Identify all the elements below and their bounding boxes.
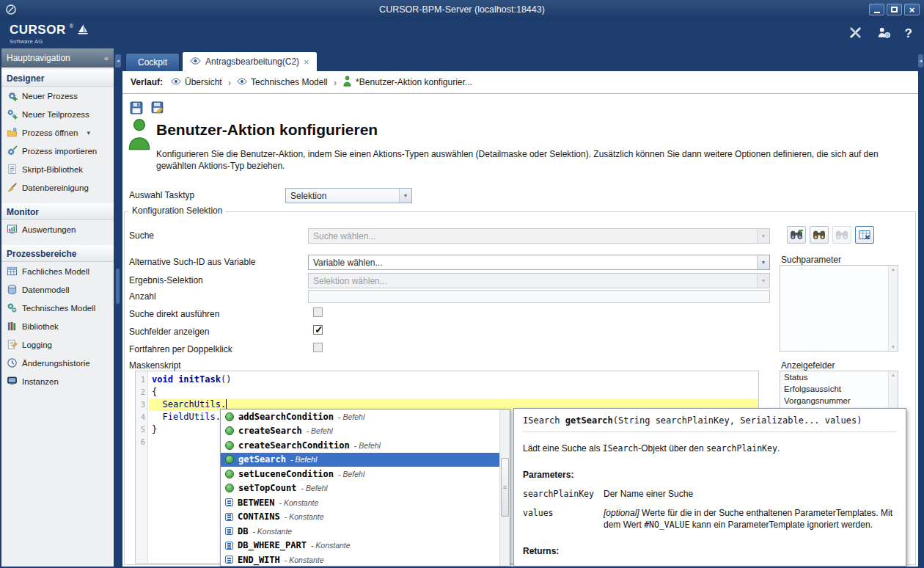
sidebar-splitter[interactable] [114,48,122,567]
splitter-collapse-icon[interactable] [115,54,121,68]
close-icon [909,3,915,16]
tab-close-icon[interactable] [304,57,309,67]
result-table-button[interactable] [855,226,874,244]
doc-parameters-heading: Parameters: [523,469,897,481]
direkt-checkbox[interactable] [313,307,323,317]
sidebar-item-aenderungshistorie[interactable]: Änderungshistorie [1,354,114,372]
maskenskript-label: Maskenskript [129,360,181,371]
autocomplete-item[interactable]: createSearch- Befehl [221,424,499,439]
autocomplete-item[interactable]: addSearchCondition- Befehl [221,409,499,424]
ergebnis-placeholder: Selektion wählen... [313,276,387,286]
tab-cockpit[interactable]: Cockpit [125,53,180,71]
sailboat-icon [77,23,89,37]
maximize-button[interactable] [887,4,902,15]
tools-icon[interactable] [848,26,862,43]
breadcrumb-uebersicht[interactable]: Übersicht [171,77,222,87]
save-as-button[interactable] [150,101,165,115]
eye-icon [237,77,247,87]
right-panel-collapse-icon[interactable] [918,54,923,68]
sidebar-item-label: Technisches Modell [22,304,95,313]
constant-icon [225,542,233,550]
autocomplete-item[interactable]: setLuceneCondition- Befehl [221,467,499,481]
search-open-button [832,226,851,244]
command-icon [225,455,234,464]
autocomplete-item-selected[interactable]: getSearch- Befehl [221,453,499,467]
sidebar-item-datenmodell[interactable]: Datenmodell [1,280,114,299]
brand-registered-mark: ® [70,23,73,29]
titlebar: CURSOR-BPM-Server (localhost:18443) [0,0,924,19]
suchparameter-listbox[interactable] [780,265,898,352]
autocomplete-item[interactable]: createSearchCondition- Befehl [221,438,499,453]
sidebar-item-neuer-teilprozess[interactable]: Neuer Teilprozess [1,105,114,123]
breadcrumb-separator-icon [228,77,231,88]
list-item[interactable]: Status [780,371,898,383]
autocomplete-item[interactable]: DB_WHERE_PART- Konstante [221,539,499,553]
search-add-button[interactable] [787,226,806,244]
direkt-label: Suche direkt ausführen [129,309,219,319]
breadcrumb-prefix: Verlauf: [131,77,163,87]
autocomplete-item[interactable]: setTopCount- Befehl [221,481,499,496]
command-icon [225,412,234,421]
script-library-icon [7,164,18,175]
sidebar-item-bibliothek[interactable]: Bibliothek [1,317,114,335]
sidebar-section-monitor: Monitor [1,203,114,220]
sidebar-item-neuer-prozess[interactable]: Neuer Prozess [1,87,114,105]
scrollbar-thumb[interactable] [501,458,509,517]
tab-label: Antragsbearbeitung(C2) [205,57,299,67]
user-settings-icon[interactable] [877,26,890,41]
minimize-icon [874,12,880,13]
ergebnis-select[interactable]: Selektion wählen... [308,273,770,288]
sidebar-item-skript-bibliothek[interactable]: Skript-Bibliothek [1,160,114,178]
sidebar-item-logging[interactable]: Logging [1,335,114,354]
tasktyp-select[interactable]: Selektion [285,188,412,203]
splitter-grip[interactable] [116,269,120,304]
instances-icon [7,376,18,387]
list-item[interactable]: Erfolgsaussicht [780,383,898,395]
editor-line-numbers: 1 2 3 4 5 6 [136,371,148,563]
close-button[interactable] [904,4,920,15]
breadcrumb-technisches-modell[interactable]: Technisches Modell [237,77,328,87]
import-process-icon [7,145,18,156]
scrollbar[interactable] [888,266,898,351]
breadcrumb: Verlauf: Übersicht Technisches Modell *B… [122,71,918,94]
code-line: void initTask() [149,374,758,386]
command-icon [225,441,234,450]
sidebar-item-prozess-importieren[interactable]: Prozess importieren [1,142,114,160]
autocomplete-item[interactable]: BETWEEN- Konstante [221,495,499,510]
suche-placeholder: Suche wählen... [313,231,375,241]
minimize-button[interactable] [869,4,884,15]
variable-placeholder: Variable wählen... [313,258,383,268]
help-icon[interactable]: ? [905,26,912,41]
search-edit-button[interactable] [810,226,829,244]
sidebar-item-prozess-oeffnen[interactable]: Prozess öffnen [1,123,114,142]
suchfelder-checkbox[interactable] [313,325,323,335]
anzahl-input[interactable] [308,290,770,303]
autocomplete-item[interactable]: DB- Konstante [221,524,499,539]
breadcrumb-benutzer-aktion[interactable]: *Benutzer-Aktion konfigurier... [342,76,472,89]
tab-antragsbearbeitung[interactable]: Antragsbearbeitung(C2) [182,51,318,71]
breadcrumb-separator-icon [334,77,337,88]
sidebar-item-technisches-modell[interactable]: Technisches Modell [1,299,114,317]
sidebar-collapse-icon[interactable] [104,54,109,62]
reports-icon [7,224,18,235]
tasktyp-label: Auswahl Tasktyp [129,190,194,200]
sidebar-item-instanzen[interactable]: Instanzen [1,372,114,390]
open-process-icon [7,127,18,138]
sidebar-item-label: Logging [22,341,52,349]
sidebar-item-fachliches-modell[interactable]: Fachliches Modell [1,262,114,280]
sidebar-item-datenbereinigung[interactable]: Datenbereinigung [1,178,114,197]
list-item[interactable]: Vorgangsnummer [780,395,898,407]
constant-icon [225,527,233,535]
scrollbar[interactable] [499,409,510,566]
suchparameter-label: Suchparameter [781,255,841,265]
autocomplete-item[interactable]: END_WITH- Konstante [221,553,499,567]
chevron-down-icon[interactable] [87,129,91,136]
save-button[interactable] [129,101,144,115]
sidebar-item-auswertungen[interactable]: Auswertungen [1,220,114,239]
suche-select[interactable]: Suche wählen... [308,228,770,244]
doppelklick-checkbox[interactable] [313,343,323,352]
variable-select[interactable]: Variable wählen... [308,255,770,270]
autocomplete-item[interactable]: CONTAINS- Konstante [221,510,499,525]
breadcrumb-label: Technisches Modell [251,77,328,87]
window-controls [869,4,920,15]
